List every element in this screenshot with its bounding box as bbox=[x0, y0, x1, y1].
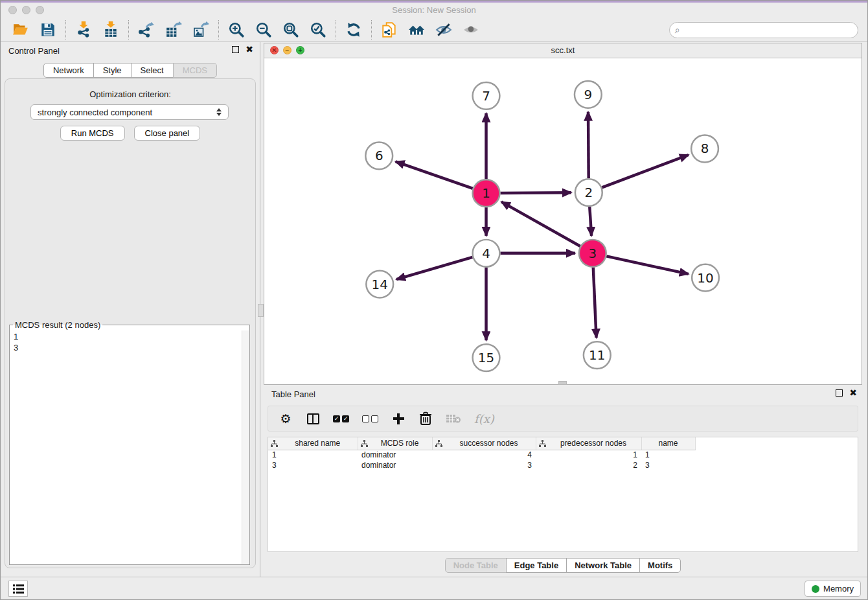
graph-edge-1-6[interactable] bbox=[396, 161, 473, 189]
tab-network[interactable]: Network bbox=[43, 63, 94, 78]
export-image-icon[interactable] bbox=[187, 20, 214, 40]
column-header-filler bbox=[695, 437, 858, 450]
float-table-panel-icon[interactable] bbox=[836, 389, 843, 397]
graph-edge-3-10[interactable] bbox=[606, 256, 689, 273]
node-table: shared name MCDS role successor nodes pr… bbox=[268, 437, 858, 552]
toolbar-separator bbox=[336, 20, 336, 40]
deselect-all-rows-icon[interactable] bbox=[362, 411, 378, 426]
graph-node-label: 2 bbox=[584, 185, 593, 200]
export-table-icon[interactable] bbox=[160, 20, 187, 40]
graph-edge-1-2[interactable] bbox=[500, 192, 571, 193]
graph-node-label: 10 bbox=[697, 271, 713, 286]
zoom-selected-icon[interactable] bbox=[304, 20, 332, 40]
network-canvas[interactable]: 7968124314101511 bbox=[264, 58, 862, 384]
zoom-in-icon[interactable] bbox=[223, 20, 250, 40]
graph-node-label: 15 bbox=[478, 351, 494, 365]
settings-gear-icon[interactable]: ⚙ bbox=[279, 411, 293, 426]
refresh-view-icon[interactable] bbox=[340, 20, 367, 40]
list-icon bbox=[13, 584, 24, 594]
column-header-name[interactable]: name bbox=[641, 437, 695, 450]
column-layout-icon[interactable] bbox=[306, 411, 320, 426]
control-panel-tabs: Network Style Select MCDS bbox=[1, 63, 260, 78]
graph-edge-2-8[interactable] bbox=[602, 155, 689, 187]
result-scrollbar[interactable] bbox=[242, 330, 249, 564]
network-window-titlebar[interactable]: ✕ − + scc.txt bbox=[264, 43, 862, 58]
control-panel-title: Control Panel bbox=[8, 46, 60, 56]
delete-column-icon[interactable] bbox=[418, 411, 433, 426]
search-input[interactable] bbox=[683, 25, 852, 35]
network-view-window: ✕ − + scc.txt 7968124314101511 bbox=[264, 43, 862, 385]
graph-edge-3-11[interactable] bbox=[593, 268, 597, 338]
close-panel-icon[interactable]: ✖ bbox=[246, 46, 253, 53]
add-column-icon[interactable] bbox=[391, 411, 405, 426]
select-all-rows-icon[interactable]: ✓✓ bbox=[333, 411, 349, 426]
toolbar-separator bbox=[218, 20, 219, 40]
tab-motifs[interactable]: Motifs bbox=[639, 558, 681, 573]
tab-network-table[interactable]: Network Table bbox=[566, 558, 640, 573]
table-header-row: shared name MCDS role successor nodes pr… bbox=[268, 437, 858, 450]
tab-mcds[interactable]: MCDS bbox=[173, 63, 217, 78]
criterion-select[interactable]: strongly connected component bbox=[30, 104, 229, 120]
toolbar-separator bbox=[371, 20, 372, 40]
import-network-icon[interactable] bbox=[70, 20, 97, 40]
splitter-handle[interactable] bbox=[258, 304, 264, 317]
graph-edge-4-14[interactable] bbox=[396, 257, 472, 279]
table-panel-title: Table Panel bbox=[271, 389, 315, 399]
save-session-icon[interactable] bbox=[34, 20, 62, 40]
zoom-fit-icon[interactable] bbox=[277, 20, 304, 40]
tab-select[interactable]: Select bbox=[131, 63, 174, 78]
view-resize-handle[interactable] bbox=[558, 381, 567, 385]
window-title: Session: New Session bbox=[1, 5, 867, 15]
graph-node-label: 9 bbox=[584, 87, 592, 102]
tab-edge-table[interactable]: Edge Table bbox=[506, 558, 567, 573]
node-table-body: 1dominator4113dominator323 bbox=[268, 450, 858, 470]
duplicate-network-icon[interactable] bbox=[376, 20, 403, 40]
column-header-predecessor-nodes[interactable]: predecessor nodes bbox=[536, 437, 641, 450]
graph-node-label: 14 bbox=[372, 277, 388, 292]
tab-style[interactable]: Style bbox=[93, 63, 131, 78]
table-row[interactable]: 1dominator411 bbox=[268, 450, 858, 460]
graph-edge-2-9[interactable] bbox=[588, 112, 589, 179]
select-stepper-icon bbox=[216, 108, 222, 116]
mcds-result-legend: MCDS result (2 nodes) bbox=[13, 320, 102, 330]
home-views-icon[interactable] bbox=[403, 20, 430, 40]
zoom-out-icon[interactable] bbox=[250, 20, 277, 40]
graph-node-label: 3 bbox=[588, 246, 597, 261]
graph-node-label: 6 bbox=[375, 148, 383, 163]
open-session-icon[interactable] bbox=[7, 20, 34, 40]
tab-node-table[interactable]: Node Table bbox=[445, 558, 507, 573]
import-table-icon[interactable] bbox=[97, 20, 124, 40]
column-header-mcds-role[interactable]: MCDS role bbox=[358, 437, 432, 450]
graph-node-label: 4 bbox=[482, 246, 490, 261]
criterion-value: strongly connected component bbox=[38, 108, 152, 117]
control-panel: Control Panel ✖ Network Style Select MCD… bbox=[1, 42, 260, 577]
memory-button[interactable]: Memory bbox=[805, 581, 861, 597]
function-builder-icon: f(x) bbox=[474, 411, 494, 426]
task-history-button[interactable] bbox=[8, 581, 28, 597]
export-network-icon[interactable] bbox=[133, 20, 160, 40]
mcds-panel-body: Optimization criterion: strongly connect… bbox=[5, 78, 256, 568]
show-hidden-icon[interactable] bbox=[457, 20, 485, 40]
graph-edge-3-1[interactable] bbox=[501, 202, 580, 246]
network-view-title: scc.txt bbox=[264, 45, 862, 55]
application-window: Session: New Session bbox=[0, 0, 868, 600]
float-panel-icon[interactable] bbox=[232, 46, 239, 53]
graph-node-label: 7 bbox=[482, 89, 490, 104]
graph-node-label: 11 bbox=[589, 348, 605, 363]
run-mcds-button[interactable]: Run MCDS bbox=[60, 126, 125, 141]
table-tabs: Node Table Edge Table Network Table Moti… bbox=[264, 558, 862, 573]
table-row[interactable]: 3dominator323 bbox=[268, 460, 858, 470]
toolbar-separator bbox=[65, 20, 66, 40]
close-panel-button[interactable]: Close panel bbox=[134, 126, 201, 141]
hide-selected-icon[interactable] bbox=[430, 20, 457, 40]
table-panel: Table Panel ✖ ⚙ ✓✓ f(x) s bbox=[264, 387, 862, 577]
memory-status-icon bbox=[812, 585, 819, 593]
graph-node-label: 8 bbox=[701, 141, 709, 156]
column-header-shared-name[interactable]: shared name bbox=[268, 437, 358, 450]
search-field[interactable]: ⌕ bbox=[669, 22, 858, 38]
delete-table-icon bbox=[446, 411, 461, 426]
graph-edge-2-3[interactable] bbox=[589, 207, 591, 236]
close-table-panel-icon[interactable]: ✖ bbox=[849, 389, 857, 397]
column-header-successor-nodes[interactable]: successor nodes bbox=[432, 437, 536, 450]
mcds-result-lines: 1 3 bbox=[14, 331, 18, 353]
